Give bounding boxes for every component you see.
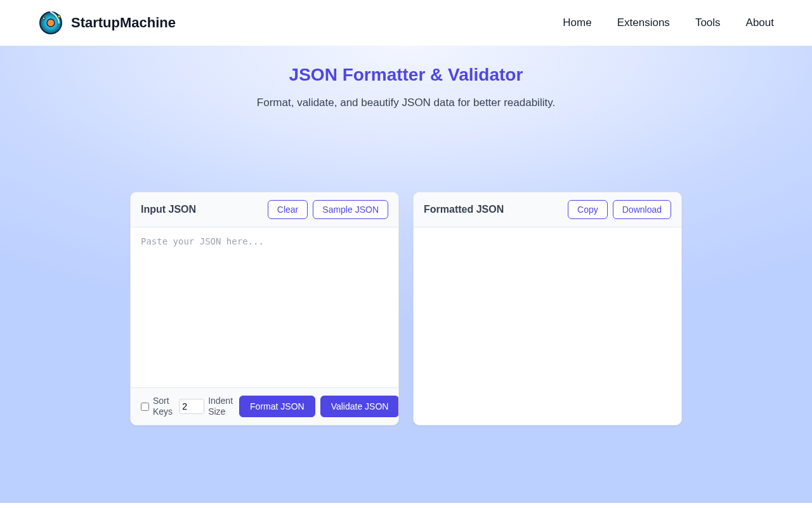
output-panel-header: Formatted JSON Copy Download	[414, 192, 681, 227]
output-panel-title: Formatted JSON	[424, 204, 504, 215]
svg-point-1	[47, 19, 55, 27]
format-json-button[interactable]: Format JSON	[239, 396, 315, 417]
svg-point-3	[58, 15, 60, 18]
sort-keys-checkbox[interactable]	[141, 403, 149, 411]
sample-json-button[interactable]: Sample JSON	[313, 200, 388, 219]
sort-keys-label: Sort Keys	[153, 396, 173, 417]
nav-links: Home Extensions Tools About	[563, 17, 774, 29]
page-title: JSON Formatter & Validator	[38, 65, 774, 85]
download-button[interactable]: Download	[613, 200, 671, 219]
validate-json-button[interactable]: Validate JSON	[320, 396, 399, 417]
about-section: About This Tool	[0, 503, 812, 508]
nav-link-home[interactable]: Home	[563, 17, 591, 29]
top-nav: StartupMachine Home Extensions Tools Abo…	[0, 0, 812, 46]
brand-logo-icon	[38, 10, 63, 36]
input-panel: Input JSON Clear Sample JSON Sort Keys I…	[130, 192, 399, 425]
copy-button[interactable]: Copy	[568, 200, 608, 219]
nav-link-extensions[interactable]: Extensions	[617, 17, 670, 29]
indent-size-input[interactable]	[179, 399, 204, 414]
brand-name: StartupMachine	[71, 15, 176, 31]
output-panel: Formatted JSON Copy Download	[413, 192, 682, 425]
input-panel-header: Input JSON Clear Sample JSON	[131, 192, 398, 227]
tool-container: Input JSON Clear Sample JSON Sort Keys I…	[130, 192, 682, 425]
json-input[interactable]	[131, 227, 398, 385]
input-panel-title: Input JSON	[141, 204, 196, 215]
hero-section: JSON Formatter & Validator Format, valid…	[0, 46, 812, 503]
nav-link-about[interactable]: About	[746, 17, 774, 29]
clear-button[interactable]: Clear	[268, 200, 308, 219]
input-panel-footer: Sort Keys Indent Size Format JSON Valida…	[131, 387, 398, 425]
page-subtitle: Format, validate, and beautify JSON data…	[38, 97, 774, 109]
svg-point-2	[43, 17, 45, 20]
brand[interactable]: StartupMachine	[38, 10, 176, 36]
nav-link-tools[interactable]: Tools	[695, 17, 721, 29]
indent-size-label: Indent Size	[208, 396, 233, 417]
json-output[interactable]	[414, 227, 681, 415]
